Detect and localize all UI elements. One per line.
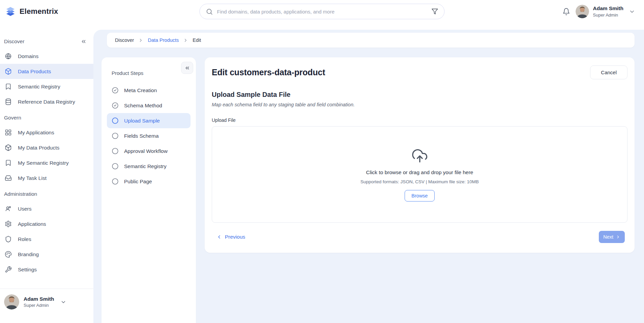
file-dropzone[interactable]: Click to browse or drag and drop your fi… bbox=[212, 126, 627, 223]
topbar-user-menu[interactable]: Adam Smith Super Admin bbox=[576, 5, 635, 18]
sidebar-item-label: Branding bbox=[18, 251, 39, 258]
circle-icon bbox=[112, 117, 119, 124]
previous-label: Previous bbox=[225, 234, 245, 240]
sidebar: Discover Domains Data Products Semantic … bbox=[0, 0, 93, 323]
sidebar-item-semantic-registry[interactable]: Semantic Registry bbox=[0, 79, 93, 94]
collapse-sidebar-icon[interactable] bbox=[81, 38, 87, 45]
box-icon bbox=[5, 144, 12, 151]
chevron-down-icon bbox=[629, 8, 635, 15]
layers-logo-icon bbox=[5, 6, 16, 17]
globe-icon bbox=[5, 53, 12, 60]
sidebar-item-branding[interactable]: Branding bbox=[0, 247, 93, 262]
sidebar-item-label: My Data Products bbox=[18, 145, 59, 151]
sidebar-section-label: Govern bbox=[4, 115, 21, 121]
edit-product-card: Edit customers-data-product Cancel Uploa… bbox=[205, 57, 635, 253]
sidebar-item-users[interactable]: Users bbox=[0, 201, 93, 216]
sidebar-item-settings[interactable]: Settings bbox=[0, 262, 93, 277]
sidebar-item-label: Reference Data Registry bbox=[18, 99, 75, 105]
next-label: Next bbox=[603, 234, 613, 240]
step-upload-sample[interactable]: Upload Sample bbox=[107, 113, 191, 128]
section-subtitle: Map each schema field to any staging tab… bbox=[212, 102, 627, 107]
breadcrumb-edit: Edit bbox=[193, 37, 201, 43]
next-button[interactable]: Next bbox=[599, 231, 625, 243]
sidebar-item-roles[interactable]: Roles bbox=[0, 232, 93, 247]
step-label: Public Page bbox=[124, 179, 152, 185]
sidebar-item-my-applications[interactable]: My Applications bbox=[0, 125, 93, 140]
previous-button[interactable]: Previous bbox=[216, 234, 245, 240]
step-fields-schema[interactable]: Fields Schema bbox=[107, 128, 191, 143]
sidebar-section-label: Discover bbox=[4, 38, 24, 45]
avatar bbox=[4, 294, 19, 309]
dropzone-formats-text: Supported formats: JSON, CSV | Maximum f… bbox=[360, 179, 479, 184]
inbox-icon bbox=[5, 174, 12, 182]
sidebar-item-label: Semantic Registry bbox=[18, 84, 60, 90]
chevron-left-icon bbox=[216, 234, 222, 240]
search-icon bbox=[206, 8, 213, 15]
sidebar-item-my-data-products[interactable]: My Data Products bbox=[0, 140, 93, 155]
sidebar-section-label: Administration bbox=[4, 191, 37, 197]
circle-icon bbox=[112, 178, 119, 185]
global-search bbox=[200, 4, 445, 19]
circle-icon bbox=[112, 147, 119, 155]
sidebar-section-administration: Administration bbox=[4, 191, 87, 197]
shield-icon bbox=[5, 236, 12, 243]
sidebar-item-data-products[interactable]: Data Products bbox=[0, 64, 93, 79]
circle-icon bbox=[112, 132, 119, 139]
step-label: Upload Sample bbox=[124, 118, 160, 124]
sidebar-item-label: Applications bbox=[18, 221, 46, 227]
step-schema-method[interactable]: Schema Method bbox=[107, 98, 191, 113]
search-input[interactable] bbox=[217, 9, 428, 15]
page-title: Edit customers-data-product bbox=[212, 68, 325, 77]
upload-file-label: Upload File bbox=[212, 117, 627, 123]
browse-button[interactable]: Browse bbox=[405, 190, 434, 201]
bookmark-icon bbox=[5, 159, 12, 166]
breadcrumb-discover[interactable]: Discover bbox=[115, 37, 134, 43]
box-icon bbox=[5, 68, 12, 75]
topbar-user-name: Adam Smith bbox=[593, 5, 623, 12]
chevron-right-icon bbox=[138, 38, 143, 43]
sidebar-item-my-task-list[interactable]: My Task List bbox=[0, 170, 93, 186]
step-label: Meta Creation bbox=[124, 87, 157, 93]
sidebar-user-role: Super Admin bbox=[24, 303, 54, 308]
content-area: Discover Data Products Edit Product Step… bbox=[93, 30, 644, 323]
step-semantic-registry[interactable]: Semantic Registry bbox=[107, 159, 191, 174]
step-meta-creation[interactable]: Meta Creation bbox=[107, 83, 191, 98]
circle-icon bbox=[112, 163, 119, 170]
step-label: Schema Method bbox=[124, 103, 162, 109]
collapse-steps-icon[interactable] bbox=[181, 62, 193, 74]
breadcrumb-data-products[interactable]: Data Products bbox=[148, 37, 179, 43]
step-label: Approval Workflow bbox=[124, 148, 168, 154]
section-title: Upload Sample Data File bbox=[212, 91, 627, 99]
users-icon bbox=[5, 205, 12, 212]
wrench-icon bbox=[5, 266, 12, 273]
sidebar-item-label: My Applications bbox=[18, 130, 54, 136]
step-public-page[interactable]: Public Page bbox=[107, 174, 191, 189]
sidebar-user-menu[interactable]: Adam Smith Super Admin bbox=[0, 289, 93, 323]
sidebar-item-label: My Task List bbox=[18, 175, 47, 181]
cloud-upload-icon bbox=[411, 148, 428, 165]
cancel-button[interactable]: Cancel bbox=[590, 65, 627, 79]
grid-icon bbox=[5, 129, 12, 136]
sidebar-section-govern: Govern bbox=[4, 115, 87, 121]
sidebar-item-applications[interactable]: Applications bbox=[0, 216, 93, 232]
step-label: Semantic Registry bbox=[124, 163, 167, 169]
step-label: Fields Schema bbox=[124, 133, 159, 139]
sidebar-item-reference-data-registry[interactable]: Reference Data Registry bbox=[0, 94, 93, 109]
gear-icon bbox=[5, 220, 12, 227]
sidebar-item-label: My Semantic Registry bbox=[18, 160, 69, 166]
step-approval-workflow[interactable]: Approval Workflow bbox=[107, 143, 191, 159]
chevron-right-icon bbox=[616, 235, 620, 239]
chevron-down-icon[interactable] bbox=[60, 299, 66, 305]
topbar-user-role: Super Admin bbox=[593, 12, 623, 18]
steps-panel-title: Product Steps bbox=[112, 70, 191, 76]
topbar: Elementrix Adam Smith Super Admin bbox=[0, 0, 644, 30]
filter-icon[interactable] bbox=[432, 8, 438, 15]
sidebar-item-domains[interactable]: Domains bbox=[0, 49, 93, 64]
bell-icon[interactable] bbox=[562, 8, 570, 16]
sidebar-item-label: Settings bbox=[18, 267, 37, 273]
sidebar-user-name: Adam Smith bbox=[24, 296, 54, 302]
sidebar-item-label: Domains bbox=[18, 53, 38, 59]
sidebar-item-my-semantic-registry[interactable]: My Semantic Registry bbox=[0, 155, 93, 170]
dropzone-text: Click to browse or drag and drop your fi… bbox=[366, 169, 473, 176]
brand-logo[interactable]: Elementrix bbox=[5, 6, 58, 17]
